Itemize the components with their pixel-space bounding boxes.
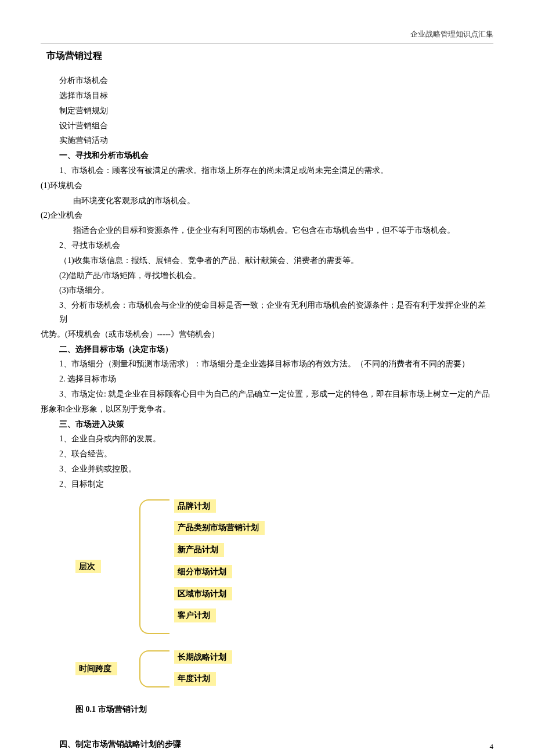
diagram-group-label: 时间跨度	[75, 662, 117, 676]
text-line: 指适合企业的目标和资源条件，使企业有利可图的市场机会。它包含在市场机会当中，但不…	[41, 224, 493, 237]
diagram-item: 长期战略计划	[174, 650, 232, 664]
intro-line: 实施营销活动	[41, 134, 493, 147]
intro-line: 制定营销规划	[41, 104, 493, 118]
text-line: (3)市场细分。	[41, 283, 493, 297]
text-line: 1、市场机会：顾客没有被满足的需求。指市场上所存在的尚未满足或尚未完全满足的需求…	[41, 164, 493, 178]
section-3-head: 三、市场进入决策	[41, 417, 493, 431]
diagram-items: 品牌计划 产品类别市场营销计划 新产品计划 细分市场计划 区域市场计划 客户计划	[174, 499, 265, 631]
text-line: 3、市场定位: 就是企业在目标顾客心目中为自己的产品确立一定位置，形成一定的特色…	[41, 387, 493, 401]
text-line: (2)借助产品/市场矩阵，寻找增长机会。	[41, 269, 493, 283]
diagram-group-label: 层次	[75, 560, 101, 574]
text-line: 形象和企业形象，以区别于竞争者。	[41, 402, 493, 416]
page-title: 市场营销过程	[46, 48, 493, 63]
section-1-head: 一、寻找和分析市场机会	[41, 149, 493, 163]
text-line: 1、企业自身或内部的发展。	[41, 432, 493, 446]
text-line: 2、寻找市场机会	[41, 239, 493, 253]
text-line: （1)收集市场信息：报纸、展销会、竞争者的产品、献计献策会、消费者的需要等。	[41, 254, 493, 268]
diagram-item: 细分市场计划	[174, 565, 232, 579]
text-line: (1)环境机会	[41, 179, 493, 193]
text-line: 1、市场细分（测量和预测市场需求）：市场细分是企业选择目标市场的有效方法。（不同…	[41, 357, 493, 371]
diagram-item: 区域市场计划	[174, 587, 232, 601]
text-line: 由环境变化客观形成的市场机会。	[41, 194, 493, 208]
header-rule	[41, 44, 493, 44]
diagram-caption: 图 0.1 市场营销计划	[75, 703, 147, 717]
diagram-item: 品牌计划	[174, 499, 216, 513]
text-line: 3、企业并购或控股。	[41, 462, 493, 476]
text-line: 2、联合经营。	[41, 447, 493, 461]
section-2-head: 二、选择目标市场（决定市场）	[41, 343, 493, 357]
text-line: 2、目标制定	[41, 477, 493, 491]
text-line: 优势。(环境机会（或市场机会）-----》营销机会）	[41, 327, 493, 341]
text-line: (2)企业机会	[41, 208, 493, 222]
page: 企业战略管理知识点汇集 市场营销过程 分析市场机会 选择市场目标 制定营销规划 …	[0, 0, 534, 756]
bracket-icon	[139, 650, 169, 687]
content-area: 市场营销过程 分析市场机会 选择市场目标 制定营销规划 设计营销组合 实施营销活…	[41, 29, 493, 751]
diagram-item: 产品类别市场营销计划	[174, 521, 265, 535]
diagram-item: 年度计划	[174, 672, 216, 686]
diagram-item: 客户计划	[174, 609, 216, 622]
diagram: 层次 品牌计划 产品类别市场营销计划 新产品计划 细分市场计划 区域市场计划 客…	[75, 499, 493, 732]
section-4-head: 四、制定市场营销战略计划的步骤	[41, 737, 493, 751]
diagram-items: 长期战略计划 年度计划	[174, 650, 232, 694]
page-number: 4	[490, 740, 494, 753]
intro-line: 分析市场机会	[41, 74, 493, 88]
text-line: 2. 选择目标市场	[41, 372, 493, 386]
intro-line: 选择市场目标	[41, 89, 493, 103]
intro-line: 设计营销组合	[41, 119, 493, 133]
bracket-icon	[139, 499, 169, 634]
text-line: 3、分析市场机会：市场机会与企业的使命目标是否一致；企业有无利用市场机会的资源条…	[41, 298, 493, 326]
diagram-item: 新产品计划	[174, 543, 224, 557]
header-right: 企业战略管理知识点汇集	[410, 28, 493, 41]
